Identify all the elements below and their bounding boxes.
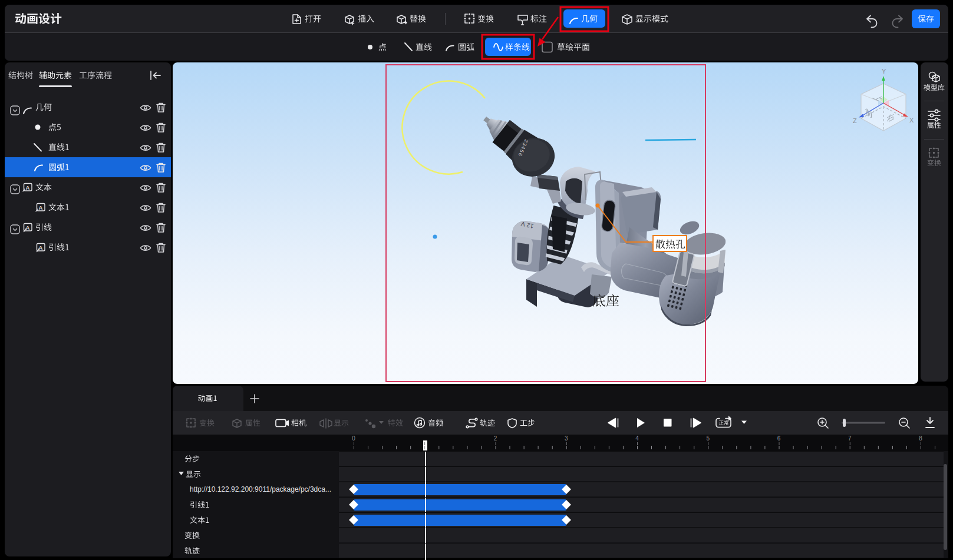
svg-text:Z: Z	[853, 117, 857, 124]
svg-text:Y: Y	[882, 68, 886, 75]
svg-text:X: X	[909, 117, 914, 124]
